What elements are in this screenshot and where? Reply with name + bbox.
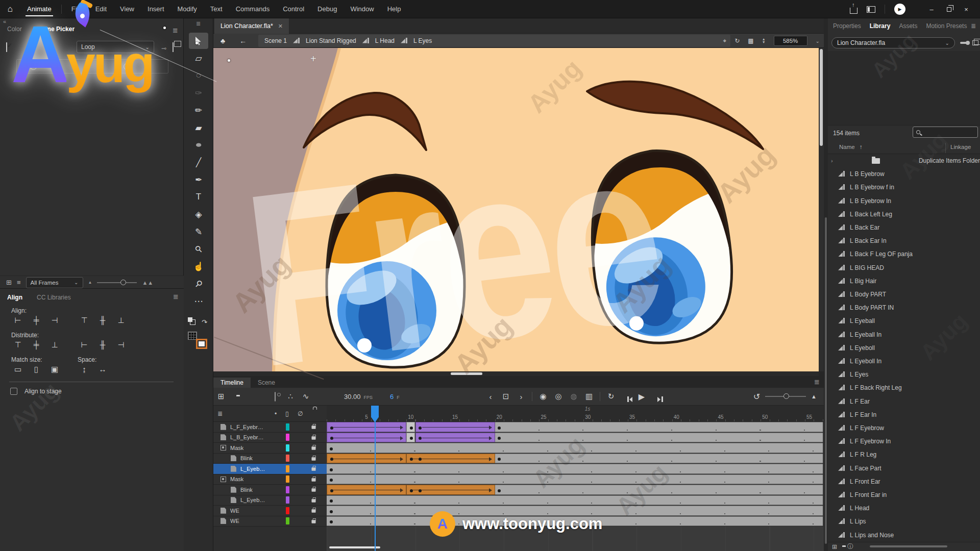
share-icon[interactable] bbox=[850, 8, 857, 14]
distribute-center-v-icon[interactable]: ╪ bbox=[30, 340, 43, 350]
library-item-row[interactable]: L Eyeboll bbox=[828, 341, 980, 355]
static-span[interactable] bbox=[327, 474, 823, 485]
static-span[interactable] bbox=[495, 485, 823, 495]
layer-lock-icon[interactable] bbox=[311, 457, 315, 460]
menu-help[interactable]: Help bbox=[381, 0, 408, 18]
align-left-icon[interactable]: ⊢ bbox=[11, 315, 24, 325]
library-item-row[interactable]: L B Eyebrow In bbox=[828, 194, 980, 208]
layer-row-l-f-eyebr-[interactable]: L_F_Eyebr… bbox=[213, 422, 327, 433]
layer-row-blink[interactable]: Blink bbox=[213, 454, 327, 464]
library-item-row[interactable]: L Front Ear bbox=[828, 475, 980, 488]
static-span[interactable] bbox=[495, 422, 823, 432]
insert-keyframe-icon[interactable]: ⊡ bbox=[498, 392, 513, 401]
frame-row[interactable] bbox=[327, 464, 824, 474]
library-document-dropdown[interactable]: Lion Character.fla⌄ bbox=[831, 37, 955, 48]
oval-tool[interactable]: ● bbox=[189, 137, 208, 153]
align-to-stage-checkbox[interactable] bbox=[10, 388, 17, 395]
grid-view-icon[interactable]: ⊞ bbox=[6, 279, 12, 286]
space-horizontal-icon[interactable]: ↔ bbox=[96, 364, 109, 374]
frame-row[interactable] bbox=[327, 485, 824, 495]
layer-row-mask[interactable]: Mask bbox=[213, 443, 327, 454]
library-column-headers[interactable]: Name ↑ Linkage bbox=[828, 142, 980, 154]
distribute-bottom-icon[interactable]: ⊥ bbox=[48, 340, 61, 350]
library-search-input[interactable] bbox=[913, 127, 978, 138]
test-movie-button[interactable]: ▶ bbox=[894, 4, 905, 15]
pin-library-icon[interactable] bbox=[960, 42, 967, 44]
layer-lock-icon[interactable] bbox=[311, 436, 315, 439]
library-item-row[interactable]: L Face Part bbox=[828, 462, 980, 475]
layer-lock-icon[interactable] bbox=[311, 467, 315, 470]
layer-lock-icon[interactable] bbox=[311, 446, 315, 449]
menu-view[interactable]: View bbox=[113, 0, 141, 18]
library-item-row[interactable]: L Back Left Leg bbox=[828, 208, 980, 221]
eraser-tool[interactable]: ▰ bbox=[189, 119, 208, 136]
menu-window[interactable]: Window bbox=[344, 0, 380, 18]
ghost-icon[interactable]: ◍ bbox=[566, 392, 581, 401]
tween-span[interactable] bbox=[406, 454, 495, 464]
close-button[interactable]: × bbox=[958, 0, 975, 18]
layer-color-swatch[interactable] bbox=[286, 444, 289, 452]
library-horizontal-scrollbar[interactable] bbox=[870, 545, 947, 547]
zoom-tool[interactable]: ⚲ bbox=[189, 276, 208, 292]
line-tool[interactable]: ╱ bbox=[189, 154, 208, 170]
library-item-row[interactable]: L Body PART bbox=[828, 288, 980, 301]
brush-tool[interactable]: ✏ bbox=[189, 102, 208, 118]
library-item-row[interactable]: L Back Ear In bbox=[828, 234, 980, 247]
layer-color-swatch[interactable] bbox=[286, 496, 289, 504]
zoom-stepper[interactable]: ▲▼ bbox=[762, 38, 766, 44]
library-item-row[interactable]: L Front Ear in bbox=[828, 488, 980, 502]
hand-tool[interactable]: ☝ bbox=[189, 258, 208, 274]
library-item-row[interactable]: L Eyeball bbox=[828, 314, 980, 328]
tab-properties[interactable]: Properties bbox=[833, 22, 861, 30]
menu-commands[interactable]: Commands bbox=[229, 0, 276, 18]
menu-control[interactable]: Control bbox=[276, 0, 311, 18]
graph-editor-icon[interactable]: ∿ bbox=[298, 392, 313, 401]
new-layer-icon[interactable]: ⊞ bbox=[213, 392, 229, 401]
layer-color-swatch[interactable] bbox=[286, 465, 289, 472]
new-symbol-icon[interactable]: ⊞ bbox=[832, 543, 837, 550]
tween-span[interactable] bbox=[406, 485, 495, 495]
static-span[interactable] bbox=[327, 464, 823, 474]
layer-row-mask[interactable]: Mask bbox=[213, 474, 327, 485]
menu-text[interactable]: Text bbox=[204, 0, 229, 18]
frame-row[interactable] bbox=[327, 495, 824, 506]
paint-bucket-tool[interactable]: ◈ bbox=[189, 206, 208, 222]
sort-ascending-icon[interactable]: ↑ bbox=[860, 144, 863, 150]
layer-lock-icon[interactable] bbox=[311, 499, 315, 502]
distribute-center-h-icon[interactable]: ╫ bbox=[96, 340, 109, 350]
timeline-ruler[interactable]: 5101520253035404550551s bbox=[327, 406, 824, 422]
distribute-right-icon[interactable]: ⊣ bbox=[114, 340, 128, 350]
free-transform-tool[interactable]: ▱ bbox=[189, 50, 208, 66]
layer-row-l-eyeb-[interactable]: L_Eyeb… bbox=[213, 464, 327, 474]
layer-lock-icon[interactable] bbox=[311, 520, 315, 523]
tween-span[interactable] bbox=[327, 454, 406, 464]
match-width-icon[interactable]: ▭ bbox=[11, 364, 24, 374]
lasso-tool[interactable]: ◌ bbox=[189, 67, 208, 84]
fluid-brush-tool[interactable]: ✑ bbox=[189, 85, 208, 101]
cell-span[interactable] bbox=[406, 422, 415, 432]
match-height-icon[interactable]: ▯ bbox=[30, 364, 43, 374]
tween-span[interactable] bbox=[415, 433, 495, 443]
clip-content-icon[interactable]: ▩ bbox=[748, 37, 753, 44]
expand-folder-icon[interactable]: › bbox=[831, 158, 838, 164]
rotate-icon[interactable]: ↷ bbox=[202, 318, 207, 326]
loop-dropdown[interactable]: Loop⌄ bbox=[77, 41, 154, 53]
next-keyframe-icon[interactable]: › bbox=[513, 392, 529, 401]
layer-color-swatch[interactable] bbox=[286, 475, 289, 483]
fps-value[interactable]: 30.00 bbox=[344, 393, 361, 400]
frame-row[interactable] bbox=[327, 433, 824, 443]
highlight-column-icon[interactable]: • bbox=[275, 410, 277, 417]
frame-picker-checkbox[interactable] bbox=[6, 42, 7, 52]
breadcrumb-l-head[interactable]: L Head bbox=[375, 37, 395, 44]
frame-row[interactable] bbox=[327, 454, 824, 464]
layer-color-swatch[interactable] bbox=[286, 486, 289, 493]
tab-library[interactable]: Library bbox=[870, 22, 891, 30]
selection-tool[interactable] bbox=[189, 33, 208, 49]
library-item-row[interactable]: L F Eyebrow In bbox=[828, 435, 980, 448]
match-both-icon[interactable]: ▣ bbox=[48, 364, 61, 374]
layer-lock-icon[interactable] bbox=[311, 488, 315, 491]
layer-lock-icon[interactable] bbox=[311, 478, 315, 481]
distribute-left-icon[interactable]: ⊢ bbox=[78, 340, 91, 350]
library-item-row[interactable]: L F Eyebrow bbox=[828, 421, 980, 435]
frame-row[interactable] bbox=[327, 474, 824, 485]
